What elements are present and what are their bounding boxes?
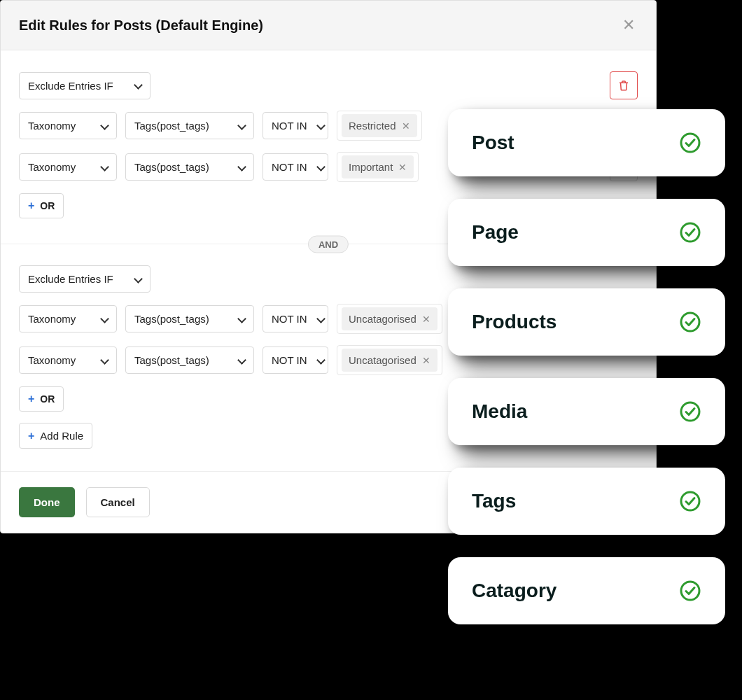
value-chips[interactable]: Important ✕ — [337, 152, 419, 182]
value-chip: Important ✕ — [342, 155, 414, 178]
and-pill: AND — [308, 235, 349, 253]
check-circle-icon — [679, 580, 701, 602]
chevron-down-icon — [238, 164, 245, 171]
chevron-down-icon — [317, 122, 319, 130]
operator-select[interactable]: NOT IN — [262, 112, 328, 139]
chip-remove-icon[interactable]: ✕ — [422, 355, 430, 366]
cancel-button[interactable]: Cancel — [86, 487, 150, 517]
or-button[interactable]: + OR — [19, 386, 64, 412]
value-chips[interactable]: Uncatagorised ✕ — [337, 304, 442, 334]
chevron-down-icon — [101, 122, 108, 130]
value-chip: Uncatagorised ✕ — [342, 349, 438, 372]
condition-select[interactable]: Exclude Entries IF — [19, 265, 150, 293]
content-type-card-tags[interactable]: Tags — [448, 468, 725, 535]
condition-label: Exclude Entries IF — [28, 80, 113, 92]
value-chip: Uncatagorised ✕ — [342, 307, 438, 330]
condition-select[interactable]: Exclude Entries IF — [19, 72, 150, 99]
or-button[interactable]: + OR — [19, 193, 64, 218]
chevron-down-icon — [317, 357, 319, 364]
operator-select[interactable]: NOT IN — [262, 346, 328, 374]
content-type-cards: Post Page Products Media Tags — [448, 109, 725, 624]
subfield-select[interactable]: Tags(post_tags) — [125, 153, 254, 181]
chevron-down-icon — [101, 164, 108, 171]
chip-remove-icon[interactable]: ✕ — [422, 314, 430, 325]
plus-icon: + — [28, 200, 34, 211]
check-circle-icon — [679, 132, 701, 154]
plus-icon: + — [28, 393, 34, 405]
chevron-down-icon — [101, 316, 108, 323]
check-circle-icon — [679, 400, 701, 423]
subfield-select[interactable]: Tags(post_tags) — [125, 112, 254, 139]
field-select[interactable]: Taxonomy — [19, 305, 117, 332]
modal-title: Edit Rules for Posts (Default Engine) — [19, 18, 263, 34]
chevron-down-icon — [101, 357, 108, 364]
content-type-card-products[interactable]: Products — [448, 288, 725, 356]
operator-select[interactable]: NOT IN — [262, 305, 328, 332]
chevron-down-icon — [238, 357, 245, 364]
chevron-down-icon — [238, 122, 245, 130]
content-type-card-catagory[interactable]: Catagory — [448, 557, 725, 624]
value-chips[interactable]: Restricted ✕ — [337, 111, 422, 141]
content-type-card-page[interactable]: Page — [448, 199, 725, 266]
field-select[interactable]: Taxonomy — [19, 112, 117, 139]
check-circle-icon — [679, 221, 701, 244]
chevron-down-icon — [317, 316, 319, 323]
close-icon[interactable]: ✕ — [620, 15, 638, 36]
condition-label: Exclude Entries IF — [28, 273, 113, 285]
field-select[interactable]: Taxonomy — [19, 346, 117, 374]
field-select[interactable]: Taxonomy — [19, 153, 117, 181]
content-type-card-post[interactable]: Post — [448, 109, 725, 176]
chip-remove-icon[interactable]: ✕ — [398, 162, 407, 173]
check-circle-icon — [679, 490, 701, 512]
modal-header: Edit Rules for Posts (Default Engine) ✕ — [1, 1, 656, 50]
delete-group-button[interactable] — [610, 71, 638, 99]
chevron-down-icon — [134, 276, 141, 283]
chevron-down-icon — [238, 316, 245, 323]
chevron-down-icon — [134, 82, 141, 89]
subfield-select[interactable]: Tags(post_tags) — [125, 305, 254, 332]
add-rule-button[interactable]: + Add Rule — [19, 423, 92, 449]
done-button[interactable]: Done — [19, 487, 75, 517]
chevron-down-icon — [317, 164, 319, 171]
value-chip: Restricted ✕ — [342, 114, 417, 137]
operator-select[interactable]: NOT IN — [262, 153, 328, 181]
chip-remove-icon[interactable]: ✕ — [402, 120, 410, 132]
subfield-select[interactable]: Tags(post_tags) — [125, 346, 254, 374]
value-chips[interactable]: Uncatagorised ✕ — [337, 345, 442, 375]
plus-icon: + — [28, 430, 34, 442]
content-type-card-media[interactable]: Media — [448, 378, 725, 445]
check-circle-icon — [679, 311, 701, 333]
